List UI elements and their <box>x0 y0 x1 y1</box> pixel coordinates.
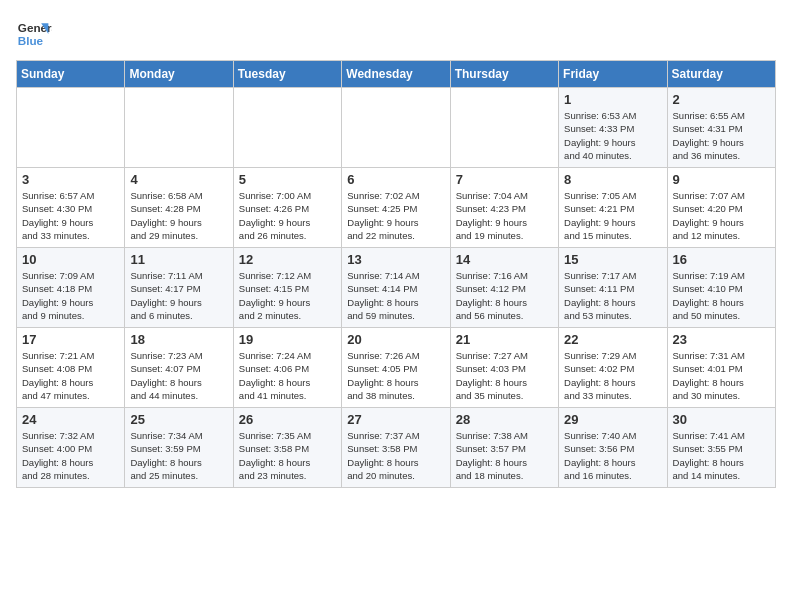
day-header: Wednesday <box>342 61 450 88</box>
day-info: Sunrise: 7:23 AM Sunset: 4:07 PM Dayligh… <box>130 349 227 402</box>
day-number: 24 <box>22 412 119 427</box>
day-info: Sunrise: 7:31 AM Sunset: 4:01 PM Dayligh… <box>673 349 770 402</box>
day-number: 10 <box>22 252 119 267</box>
calendar-body: 1Sunrise: 6:53 AM Sunset: 4:33 PM Daylig… <box>17 88 776 488</box>
day-info: Sunrise: 7:41 AM Sunset: 3:55 PM Dayligh… <box>673 429 770 482</box>
day-info: Sunrise: 7:38 AM Sunset: 3:57 PM Dayligh… <box>456 429 553 482</box>
calendar-header: SundayMondayTuesdayWednesdayThursdayFrid… <box>17 61 776 88</box>
calendar-cell: 4Sunrise: 6:58 AM Sunset: 4:28 PM Daylig… <box>125 168 233 248</box>
calendar-cell: 8Sunrise: 7:05 AM Sunset: 4:21 PM Daylig… <box>559 168 667 248</box>
calendar-cell: 30Sunrise: 7:41 AM Sunset: 3:55 PM Dayli… <box>667 408 775 488</box>
day-number: 1 <box>564 92 661 107</box>
calendar-week-row: 10Sunrise: 7:09 AM Sunset: 4:18 PM Dayli… <box>17 248 776 328</box>
day-number: 23 <box>673 332 770 347</box>
day-info: Sunrise: 6:57 AM Sunset: 4:30 PM Dayligh… <box>22 189 119 242</box>
calendar-table: SundayMondayTuesdayWednesdayThursdayFrid… <box>16 60 776 488</box>
day-number: 2 <box>673 92 770 107</box>
day-info: Sunrise: 7:05 AM Sunset: 4:21 PM Dayligh… <box>564 189 661 242</box>
calendar-cell: 18Sunrise: 7:23 AM Sunset: 4:07 PM Dayli… <box>125 328 233 408</box>
day-number: 19 <box>239 332 336 347</box>
calendar-week-row: 1Sunrise: 6:53 AM Sunset: 4:33 PM Daylig… <box>17 88 776 168</box>
day-info: Sunrise: 7:21 AM Sunset: 4:08 PM Dayligh… <box>22 349 119 402</box>
day-info: Sunrise: 6:53 AM Sunset: 4:33 PM Dayligh… <box>564 109 661 162</box>
day-number: 14 <box>456 252 553 267</box>
logo-icon: General Blue <box>16 16 52 52</box>
day-info: Sunrise: 7:14 AM Sunset: 4:14 PM Dayligh… <box>347 269 444 322</box>
day-info: Sunrise: 7:09 AM Sunset: 4:18 PM Dayligh… <box>22 269 119 322</box>
calendar-cell: 9Sunrise: 7:07 AM Sunset: 4:20 PM Daylig… <box>667 168 775 248</box>
day-number: 26 <box>239 412 336 427</box>
day-info: Sunrise: 7:12 AM Sunset: 4:15 PM Dayligh… <box>239 269 336 322</box>
day-number: 15 <box>564 252 661 267</box>
day-info: Sunrise: 7:32 AM Sunset: 4:00 PM Dayligh… <box>22 429 119 482</box>
calendar-cell: 27Sunrise: 7:37 AM Sunset: 3:58 PM Dayli… <box>342 408 450 488</box>
calendar-cell: 28Sunrise: 7:38 AM Sunset: 3:57 PM Dayli… <box>450 408 558 488</box>
day-number: 29 <box>564 412 661 427</box>
day-info: Sunrise: 7:11 AM Sunset: 4:17 PM Dayligh… <box>130 269 227 322</box>
day-number: 8 <box>564 172 661 187</box>
calendar-cell <box>125 88 233 168</box>
day-number: 27 <box>347 412 444 427</box>
calendar-cell: 7Sunrise: 7:04 AM Sunset: 4:23 PM Daylig… <box>450 168 558 248</box>
day-info: Sunrise: 7:29 AM Sunset: 4:02 PM Dayligh… <box>564 349 661 402</box>
day-info: Sunrise: 7:04 AM Sunset: 4:23 PM Dayligh… <box>456 189 553 242</box>
day-number: 16 <box>673 252 770 267</box>
calendar-cell: 1Sunrise: 6:53 AM Sunset: 4:33 PM Daylig… <box>559 88 667 168</box>
calendar-cell: 23Sunrise: 7:31 AM Sunset: 4:01 PM Dayli… <box>667 328 775 408</box>
day-number: 28 <box>456 412 553 427</box>
day-number: 21 <box>456 332 553 347</box>
day-info: Sunrise: 6:55 AM Sunset: 4:31 PM Dayligh… <box>673 109 770 162</box>
day-number: 25 <box>130 412 227 427</box>
calendar-cell: 24Sunrise: 7:32 AM Sunset: 4:00 PM Dayli… <box>17 408 125 488</box>
day-header: Sunday <box>17 61 125 88</box>
calendar-cell: 13Sunrise: 7:14 AM Sunset: 4:14 PM Dayli… <box>342 248 450 328</box>
calendar-cell: 25Sunrise: 7:34 AM Sunset: 3:59 PM Dayli… <box>125 408 233 488</box>
calendar-cell <box>450 88 558 168</box>
day-header: Friday <box>559 61 667 88</box>
calendar-cell: 3Sunrise: 6:57 AM Sunset: 4:30 PM Daylig… <box>17 168 125 248</box>
calendar-cell: 29Sunrise: 7:40 AM Sunset: 3:56 PM Dayli… <box>559 408 667 488</box>
calendar-cell: 19Sunrise: 7:24 AM Sunset: 4:06 PM Dayli… <box>233 328 341 408</box>
day-number: 18 <box>130 332 227 347</box>
day-number: 12 <box>239 252 336 267</box>
day-info: Sunrise: 7:34 AM Sunset: 3:59 PM Dayligh… <box>130 429 227 482</box>
day-number: 4 <box>130 172 227 187</box>
calendar-cell: 6Sunrise: 7:02 AM Sunset: 4:25 PM Daylig… <box>342 168 450 248</box>
day-number: 11 <box>130 252 227 267</box>
day-info: Sunrise: 7:00 AM Sunset: 4:26 PM Dayligh… <box>239 189 336 242</box>
calendar-cell: 14Sunrise: 7:16 AM Sunset: 4:12 PM Dayli… <box>450 248 558 328</box>
day-number: 13 <box>347 252 444 267</box>
day-number: 20 <box>347 332 444 347</box>
calendar-week-row: 17Sunrise: 7:21 AM Sunset: 4:08 PM Dayli… <box>17 328 776 408</box>
calendar-cell: 21Sunrise: 7:27 AM Sunset: 4:03 PM Dayli… <box>450 328 558 408</box>
calendar-cell <box>17 88 125 168</box>
day-number: 5 <box>239 172 336 187</box>
svg-text:Blue: Blue <box>18 34 44 47</box>
day-header: Saturday <box>667 61 775 88</box>
calendar-cell: 12Sunrise: 7:12 AM Sunset: 4:15 PM Dayli… <box>233 248 341 328</box>
day-number: 6 <box>347 172 444 187</box>
calendar-week-row: 3Sunrise: 6:57 AM Sunset: 4:30 PM Daylig… <box>17 168 776 248</box>
calendar-cell: 17Sunrise: 7:21 AM Sunset: 4:08 PM Dayli… <box>17 328 125 408</box>
page-header: General Blue <box>16 16 776 52</box>
calendar-cell: 20Sunrise: 7:26 AM Sunset: 4:05 PM Dayli… <box>342 328 450 408</box>
calendar-cell: 10Sunrise: 7:09 AM Sunset: 4:18 PM Dayli… <box>17 248 125 328</box>
logo: General Blue <box>16 16 52 52</box>
day-info: Sunrise: 7:07 AM Sunset: 4:20 PM Dayligh… <box>673 189 770 242</box>
day-number: 3 <box>22 172 119 187</box>
day-number: 30 <box>673 412 770 427</box>
day-info: Sunrise: 7:17 AM Sunset: 4:11 PM Dayligh… <box>564 269 661 322</box>
day-info: Sunrise: 7:02 AM Sunset: 4:25 PM Dayligh… <box>347 189 444 242</box>
calendar-cell <box>342 88 450 168</box>
day-info: Sunrise: 7:26 AM Sunset: 4:05 PM Dayligh… <box>347 349 444 402</box>
calendar-cell: 16Sunrise: 7:19 AM Sunset: 4:10 PM Dayli… <box>667 248 775 328</box>
header-row: SundayMondayTuesdayWednesdayThursdayFrid… <box>17 61 776 88</box>
calendar-cell: 15Sunrise: 7:17 AM Sunset: 4:11 PM Dayli… <box>559 248 667 328</box>
day-info: Sunrise: 7:16 AM Sunset: 4:12 PM Dayligh… <box>456 269 553 322</box>
calendar-cell <box>233 88 341 168</box>
day-header: Tuesday <box>233 61 341 88</box>
day-info: Sunrise: 7:27 AM Sunset: 4:03 PM Dayligh… <box>456 349 553 402</box>
calendar-cell: 2Sunrise: 6:55 AM Sunset: 4:31 PM Daylig… <box>667 88 775 168</box>
calendar-cell: 26Sunrise: 7:35 AM Sunset: 3:58 PM Dayli… <box>233 408 341 488</box>
day-info: Sunrise: 7:35 AM Sunset: 3:58 PM Dayligh… <box>239 429 336 482</box>
